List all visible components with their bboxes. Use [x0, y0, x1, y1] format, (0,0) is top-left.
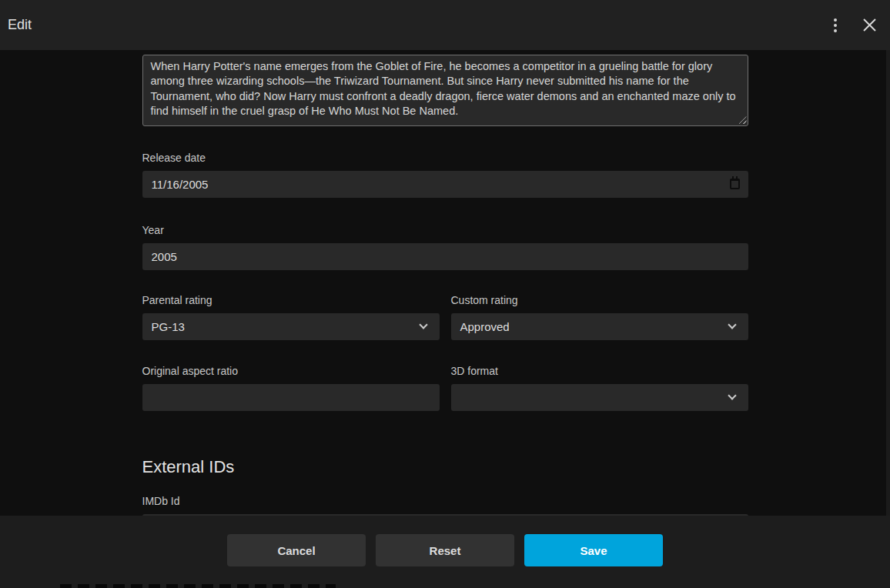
scrollbar-track[interactable]	[886, 50, 890, 516]
parental-rating-field: Parental rating PG-13	[142, 294, 440, 340]
parental-rating-label: Parental rating	[142, 294, 440, 306]
chevron-down-icon	[419, 320, 427, 329]
overview-field: When Harry Potter's name emerges from th…	[142, 55, 748, 126]
year-input[interactable]	[142, 243, 748, 270]
save-button[interactable]: Save	[524, 534, 663, 566]
close-button[interactable]	[852, 8, 886, 42]
dialog-title: Edit	[8, 17, 32, 33]
custom-rating-field: Custom rating Approved	[451, 294, 748, 340]
clipped-background-text	[60, 584, 336, 588]
chevron-down-icon	[728, 320, 736, 329]
custom-rating-select[interactable]: Approved	[451, 313, 748, 340]
release-date-field: Release date	[142, 152, 748, 198]
three-d-format-label: 3D format	[451, 365, 748, 377]
edit-form-scroll-area: When Harry Potter's name emerges from th…	[0, 50, 890, 588]
dialog-header: Edit	[0, 0, 890, 50]
metadata-form: When Harry Potter's name emerges from th…	[142, 50, 748, 541]
year-label: Year	[142, 224, 748, 236]
calendar-icon[interactable]	[730, 179, 740, 189]
three-d-format-select[interactable]	[451, 384, 748, 411]
more-menu-button[interactable]	[818, 8, 852, 42]
parental-rating-select[interactable]: PG-13	[142, 313, 440, 340]
custom-rating-label: Custom rating	[451, 294, 748, 306]
kebab-menu-icon	[834, 18, 837, 32]
close-icon	[862, 18, 877, 32]
year-field: Year	[142, 224, 748, 270]
release-date-input[interactable]	[142, 171, 748, 198]
cancel-button[interactable]: Cancel	[227, 534, 366, 566]
original-aspect-ratio-input[interactable]	[142, 384, 440, 411]
original-aspect-ratio-field: Original aspect ratio	[142, 365, 440, 411]
chevron-down-icon	[728, 391, 736, 399]
custom-rating-value: Approved	[460, 320, 510, 333]
three-d-format-field: 3D format	[451, 365, 748, 411]
dialog-footer: Cancel Reset Save	[0, 516, 890, 588]
ratings-row: Parental rating PG-13 Custom rating Appr…	[142, 294, 748, 340]
external-ids-heading: External IDs	[142, 457, 748, 477]
imdb-id-label: IMDb Id	[142, 495, 748, 507]
format-row: Original aspect ratio 3D format	[142, 365, 748, 411]
reset-button[interactable]: Reset	[376, 534, 514, 566]
overview-textarea[interactable]: When Harry Potter's name emerges from th…	[142, 55, 748, 126]
release-date-label: Release date	[142, 152, 748, 164]
original-aspect-ratio-label: Original aspect ratio	[142, 365, 440, 377]
parental-rating-value: PG-13	[152, 320, 185, 333]
